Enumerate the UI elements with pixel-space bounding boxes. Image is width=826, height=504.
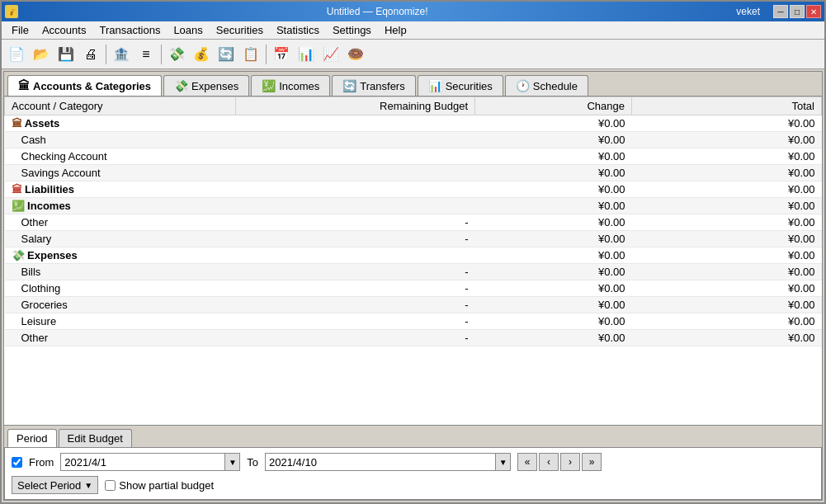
transfers-tab-icon: 🔄 (342, 79, 356, 92)
row-change: ¥0.00 (475, 297, 632, 313)
username: veket (736, 6, 760, 17)
app-icon: 💰 (5, 5, 18, 18)
tab-incomes[interactable]: 💹 Incomes (251, 75, 330, 96)
row-change: ¥0.00 (475, 330, 632, 346)
row-name: Other (5, 214, 236, 231)
row-total: ¥0.00 (632, 132, 822, 148)
col-change: Change (475, 97, 632, 115)
save-button[interactable]: 💾 (54, 43, 78, 66)
from-date-input[interactable] (60, 453, 225, 471)
bottom-panel: Period Edit Budget From ▼ To ▼ (4, 425, 822, 500)
period-controls-row: Select Period ▼ Show partial budget (12, 476, 814, 494)
menu-accounts[interactable]: Accounts (35, 22, 92, 38)
table-row: 💸 Expenses ¥0.00 ¥0.00 (5, 247, 822, 264)
row-remaining: - (236, 264, 475, 280)
row-change: ¥0.00 (475, 280, 632, 297)
securities-tab-icon: 📊 (428, 79, 442, 92)
show-partial-label: Show partial budget (119, 479, 214, 492)
table-row: Groceries - ¥0.00 ¥0.00 (5, 297, 822, 313)
row-name: Cash (5, 132, 236, 148)
titlebar-left: 💰 (5, 5, 18, 18)
to-date-input[interactable] (265, 453, 496, 471)
to-date-dropdown[interactable]: ▼ (496, 453, 511, 471)
from-date-dropdown[interactable]: ▼ (225, 453, 240, 471)
nav-prev-button[interactable]: ‹ (539, 453, 559, 471)
tab-schedule[interactable]: 🕐 Schedule (505, 75, 588, 96)
add-transaction-button[interactable]: 📋 (239, 43, 262, 66)
table-row: Savings Account ¥0.00 ¥0.00 (5, 165, 822, 181)
print-button[interactable]: 🖨 (79, 43, 102, 66)
open-button[interactable]: 📂 (30, 43, 53, 66)
tab-transfers-label: Transfers (360, 80, 404, 92)
row-total: ¥0.00 (632, 264, 822, 280)
from-label: From (29, 456, 54, 469)
row-change: ¥0.00 (475, 214, 632, 231)
accounts-view-button[interactable]: 🏦 (110, 43, 133, 66)
tab-transfers[interactable]: 🔄 Transfers (332, 75, 415, 96)
row-name: Clothing (5, 280, 236, 297)
menu-settings[interactable]: Settings (326, 22, 378, 38)
tab-schedule-label: Schedule (533, 80, 578, 92)
row-name: Checking Account (5, 148, 236, 165)
nav-first-button[interactable]: « (517, 453, 537, 471)
titlebar: 💰 Untitled — Eqonomize! veket ─ □ ✕ (2, 2, 824, 21)
table-row: 💹 Incomes ¥0.00 ¥0.00 (5, 198, 822, 214)
select-period-button[interactable]: Select Period ▼ (12, 476, 98, 494)
row-total: ¥0.00 (632, 214, 822, 231)
minimize-button[interactable]: ─ (773, 5, 788, 18)
row-total: ¥0.00 (632, 148, 822, 165)
nav-last-button[interactable]: » (582, 453, 602, 471)
show-partial-checkbox[interactable] (105, 480, 116, 491)
row-name: Leisure (5, 313, 236, 330)
toolbar: 📄 📂 💾 🖨 🏦 ≡ 💸 💰 🔄 📋 📅 📊 📈 🍩 (2, 40, 824, 69)
nav-next-button[interactable]: › (560, 453, 580, 471)
row-total: ¥0.00 (632, 181, 822, 198)
tab-accounts-categories[interactable]: 🏛 Accounts & Categories (7, 75, 162, 96)
add-expense-button[interactable]: 💸 (165, 43, 188, 66)
tab-securities[interactable]: 📊 Securities (418, 75, 503, 96)
menu-help[interactable]: Help (378, 22, 413, 38)
table-row: Clothing - ¥0.00 ¥0.00 (5, 280, 822, 297)
new-button[interactable]: 📄 (5, 43, 28, 66)
row-name: Groceries (5, 297, 236, 313)
chart-button[interactable]: 📈 (319, 43, 342, 66)
menu-transactions[interactable]: Transactions (92, 22, 167, 38)
maximize-button[interactable]: □ (790, 5, 805, 18)
row-total: ¥0.00 (632, 231, 822, 247)
menu-file[interactable]: File (5, 22, 35, 38)
row-remaining: - (236, 313, 475, 330)
toolbar-sep-1 (106, 45, 106, 64)
select-period-label: Select Period (17, 479, 81, 492)
tab-period[interactable]: Period (7, 429, 57, 447)
table-row: 🏛 Assets ¥0.00 ¥0.00 (5, 115, 822, 132)
menu-loans[interactable]: Loans (167, 22, 209, 38)
titlebar-title: Untitled — Eqonomize! (18, 6, 736, 17)
table-row: Salary - ¥0.00 ¥0.00 (5, 231, 822, 247)
tab-expenses[interactable]: 💸 Expenses (163, 75, 249, 96)
period-content: From ▼ To ▼ « ‹ › » (4, 447, 822, 500)
calendar-button[interactable]: 📅 (270, 43, 293, 66)
row-name: Salary (5, 231, 236, 247)
add-income-button[interactable]: 💰 (190, 43, 213, 66)
accounts-list-button[interactable]: ≡ (135, 43, 158, 66)
menu-statistics[interactable]: Statistics (270, 22, 326, 38)
table-row: Other - ¥0.00 ¥0.00 (5, 214, 822, 231)
row-change: ¥0.00 (475, 165, 632, 181)
add-transfer-button[interactable]: 🔄 (215, 43, 238, 66)
row-remaining: - (236, 297, 475, 313)
pie-button[interactable]: 🍩 (344, 43, 367, 66)
schedule-tab-icon: 🕐 (516, 79, 530, 92)
incomes-tab-icon: 💹 (262, 79, 276, 92)
from-checkbox[interactable] (12, 457, 22, 468)
accounts-icon: 🏛 (18, 79, 30, 92)
close-button[interactable]: ✕ (806, 5, 821, 18)
menu-securities[interactable]: Securities (210, 22, 270, 38)
tab-incomes-label: Incomes (279, 80, 319, 92)
row-total: ¥0.00 (632, 297, 822, 313)
row-change: ¥0.00 (475, 264, 632, 280)
tab-edit-budget[interactable]: Edit Budget (59, 429, 132, 447)
row-remaining (236, 247, 475, 264)
from-date-wrapper: ▼ (60, 453, 240, 471)
budget-button[interactable]: 📊 (295, 43, 318, 66)
col-remaining: Remaining Budget (236, 97, 475, 115)
